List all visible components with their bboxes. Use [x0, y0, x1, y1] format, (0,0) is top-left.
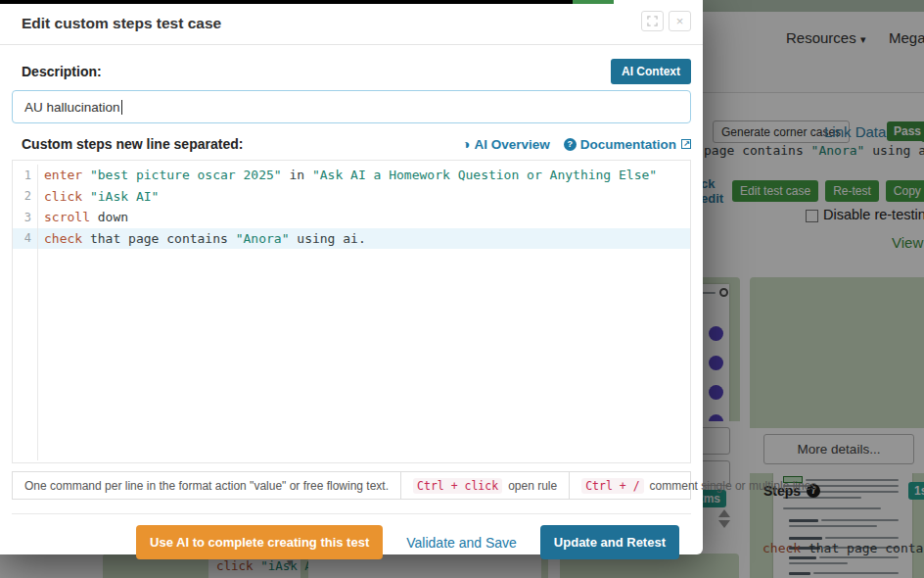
help-icon: ? [564, 138, 577, 151]
expand-button[interactable] [641, 11, 664, 31]
editor-line[interactable]: 2 click "iAsk AI" [13, 186, 690, 208]
expand-icon [647, 16, 658, 26]
code-token: "Anora" [236, 231, 290, 246]
screen: Resources ▾ Mega Generate corner cases L… [0, 0, 924, 578]
top-strip-green [573, 0, 614, 4]
editor-line-active[interactable]: 4 check that page contains "Anora" using… [13, 228, 690, 250]
text-caret [121, 100, 122, 115]
ai-context-button[interactable]: AI Context [611, 59, 691, 84]
line-number: 2 [13, 186, 38, 208]
gutter [13, 249, 38, 460]
line-number: 1 [13, 165, 38, 186]
validate-and-save-button[interactable]: Validate and Save [393, 525, 531, 559]
modal-header: Edit custom steps test case × [0, 0, 703, 44]
documentation-link[interactable]: ? Documentation ↗ [564, 137, 691, 152]
code-token [82, 168, 90, 182]
code-token: down [90, 210, 128, 224]
modal-title: Edit custom steps test case [22, 15, 691, 32]
description-value: AU hallucination [24, 100, 120, 115]
kbd-ctrl-click: Ctrl + click [413, 478, 502, 494]
hint-shortcut-open-rule: Ctrl + click open rule [401, 472, 570, 499]
code-token: scroll [44, 210, 90, 224]
top-strip [0, 0, 573, 4]
editor-line[interactable]: 3 scroll down [13, 207, 690, 228]
close-button[interactable]: × [669, 11, 691, 31]
code-token: that page contains [82, 231, 236, 246]
code-token: in [282, 168, 312, 182]
close-icon: × [676, 14, 684, 28]
code-token: check [44, 231, 82, 246]
line-number: 4 [13, 228, 38, 250]
ai-overview-label: AI Overview [474, 137, 549, 152]
description-label: Description: [22, 64, 102, 79]
ai-overview-icon: ◑ [462, 137, 470, 151]
custom-steps-label: Custom steps new line separated: [22, 136, 243, 152]
modal-footer: Use AI to complete creating this test Va… [12, 513, 691, 570]
external-link-icon: ↗ [681, 139, 691, 149]
code-token: click [44, 189, 82, 204]
hint-main-text: One command per line in the format actio… [24, 479, 389, 493]
description-input[interactable]: AU hallucination [12, 90, 691, 123]
hint-open-rule-label: open rule [508, 479, 557, 493]
hint-shortcut-comment: Ctrl + / comment single or multiple line… [570, 472, 828, 499]
editor-hint-bar: One command per line in the format actio… [12, 471, 691, 500]
code-token: "iAsk AI" [90, 189, 159, 204]
hint-comment-label: comment single or multiple lines [650, 479, 817, 493]
code-token: "best picture oscar 2025" [90, 168, 282, 182]
documentation-label: Documentation [580, 137, 676, 152]
line-number: 3 [13, 207, 38, 228]
code-token [82, 189, 90, 204]
hint-main: One command per line in the format actio… [13, 472, 401, 499]
edit-test-case-modal: Edit custom steps test case × Descriptio… [0, 0, 703, 554]
editor-line[interactable]: 1 enter "best picture oscar 2025" in "As… [13, 165, 690, 186]
code-token: using ai. [289, 231, 365, 246]
code-token: "Ask AI a Homework Question or Anything … [312, 168, 657, 182]
kbd-ctrl-slash: Ctrl + / [581, 478, 643, 494]
editor-empty-area[interactable] [13, 249, 690, 460]
ai-overview-link[interactable]: ◑ AI Overview [462, 137, 550, 152]
update-and-retest-button[interactable]: Update and Retest [540, 525, 679, 559]
use-ai-button[interactable]: Use AI to complete creating this test [136, 525, 383, 559]
steps-code-editor[interactable]: 1 enter "best picture oscar 2025" in "As… [12, 160, 691, 463]
code-token: enter [44, 168, 82, 182]
